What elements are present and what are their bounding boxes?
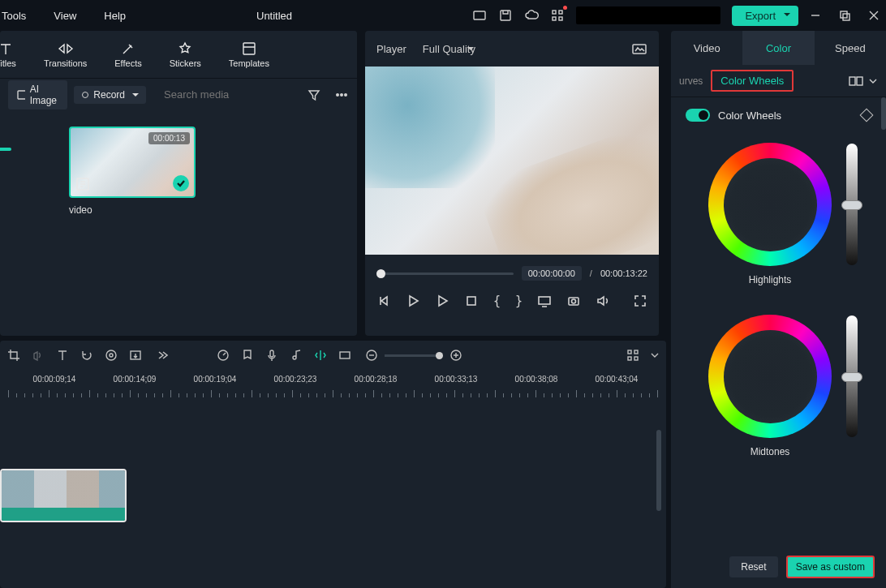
ribbon-transitions[interactable]: Transitions	[44, 41, 87, 68]
compare-icon[interactable]	[849, 75, 863, 87]
zoom-knob[interactable]	[436, 352, 443, 359]
ruler-stamp: 00:00:28;18	[355, 375, 398, 384]
mark-out-icon[interactable]: }	[515, 294, 523, 308]
mask-icon[interactable]	[104, 348, 118, 363]
ruler-stamp: 00:00:19;04	[194, 375, 237, 384]
camera-icon[interactable]	[566, 294, 581, 308]
fullscreen-icon[interactable]	[633, 294, 647, 308]
ribbon-effects[interactable]: Effects	[114, 41, 141, 68]
svg-rect-4	[553, 17, 556, 20]
save-as-custom-button[interactable]: Save as custom	[786, 556, 875, 578]
snapshot-icon[interactable]	[631, 41, 647, 56]
clip-label: video	[69, 204, 92, 216]
ai-image-pill[interactable]: AI Image	[8, 80, 67, 109]
ruler-stamp: 00:00:09;14	[33, 375, 76, 384]
prev-frame-icon[interactable]	[376, 294, 391, 308]
ratio-icon[interactable]	[338, 348, 352, 363]
play-forward-icon[interactable]	[435, 294, 449, 308]
minimize-icon[interactable]	[810, 10, 821, 21]
midtones-brightness-knob[interactable]	[841, 372, 862, 382]
apps-icon[interactable]	[550, 8, 565, 23]
player-timeline[interactable]	[376, 273, 514, 275]
ribbon-transitions-label: Transitions	[44, 58, 87, 68]
ruler-stamp: 00:00:23;23	[274, 375, 317, 384]
svg-rect-30	[628, 350, 631, 354]
project-icon[interactable]	[472, 8, 487, 23]
crop-icon[interactable]	[6, 348, 21, 363]
track-clip-thumbs	[2, 470, 125, 508]
midtones-wheel[interactable]	[708, 315, 832, 438]
svg-rect-26	[270, 350, 273, 357]
svg-rect-8	[243, 43, 255, 54]
time-separator: /	[590, 268, 592, 278]
more-icon[interactable]	[334, 88, 349, 102]
export-frame-icon[interactable]	[128, 348, 143, 363]
document-title: Untitled	[256, 10, 292, 22]
record-pill[interactable]: Record	[74, 86, 146, 104]
preview-viewport[interactable]	[365, 67, 659, 255]
midtones-brightness-slider[interactable]	[846, 315, 858, 437]
ribbon-templates[interactable]: Templates	[229, 41, 269, 68]
total-time: 00:00:13:22	[600, 268, 647, 278]
svg-rect-5	[559, 17, 562, 20]
menu-item-tools[interactable]: Tools	[2, 10, 26, 22]
volume-icon[interactable]	[596, 294, 610, 308]
track-clip[interactable]	[0, 469, 127, 522]
rotate-icon[interactable]	[80, 348, 94, 363]
tracks-chevron-icon[interactable]	[650, 350, 660, 360]
music-icon[interactable]	[289, 348, 303, 363]
save-icon[interactable]	[498, 8, 513, 23]
search-input[interactable]	[164, 88, 300, 101]
ruler-stamp: 00:00:43;04	[596, 375, 639, 384]
tracks-view-icon[interactable]	[626, 348, 640, 363]
ai-image-label: AI Image	[30, 84, 60, 106]
cloud-icon[interactable]	[524, 8, 539, 23]
library-accent	[0, 148, 11, 151]
magnetic-icon[interactable]	[313, 348, 328, 363]
player-label: Player	[376, 43, 406, 55]
subtab-curves-cropped[interactable]: urves	[679, 75, 703, 87]
ruler-stamp: 00:00:14;09	[114, 375, 157, 384]
chevron-down-icon[interactable]	[868, 76, 878, 86]
tab-video[interactable]: Video	[671, 31, 742, 65]
highlights-brightness-knob[interactable]	[841, 200, 862, 210]
zoom-slider[interactable]	[385, 354, 443, 357]
color-wheels-toggle[interactable]	[686, 109, 710, 122]
tab-speed[interactable]: Speed	[815, 31, 886, 65]
display-icon[interactable]	[537, 294, 552, 308]
playhead-knob[interactable]	[376, 269, 385, 278]
highlights-brightness-slider[interactable]	[846, 144, 858, 265]
audio-icon[interactable]	[31, 348, 45, 363]
zoom-out-icon[interactable]	[365, 349, 378, 362]
svg-rect-9	[18, 91, 25, 99]
maximize-icon[interactable]	[839, 10, 850, 21]
filter-icon[interactable]	[307, 88, 321, 102]
svg-rect-27	[340, 352, 350, 358]
close-icon[interactable]	[868, 10, 880, 21]
quality-dropdown[interactable]: Full Quality	[423, 43, 475, 55]
speed-icon[interactable]	[216, 348, 230, 363]
timeline-ruler[interactable]: 00:00:09;1400:00:14;0900:00:19;0400:00:2…	[0, 370, 666, 397]
ribbon-stickers[interactable]: Stickers	[170, 41, 201, 68]
marker-icon[interactable]	[240, 348, 255, 363]
more-tools-icon[interactable]	[153, 349, 172, 362]
stop-icon[interactable]	[464, 294, 479, 308]
menu-item-view[interactable]: View	[54, 10, 76, 22]
keyframe-icon[interactable]	[860, 109, 874, 122]
tab-color[interactable]: Color	[742, 31, 814, 65]
reset-button[interactable]: Reset	[729, 556, 777, 577]
mic-icon[interactable]	[265, 348, 279, 363]
export-button[interactable]: Export	[732, 6, 798, 26]
subtab-color-wheels[interactable]: Color Wheels	[711, 70, 794, 92]
mark-in-icon[interactable]: {	[493, 294, 501, 308]
play-icon[interactable]	[406, 294, 420, 308]
inspector-scrollbar[interactable]	[881, 97, 886, 130]
menu-item-help[interactable]: Help	[104, 10, 126, 22]
ribbon-titles[interactable]: Titles	[0, 41, 16, 68]
highlights-wheel[interactable]	[708, 143, 832, 266]
zoom-in-icon[interactable]	[449, 349, 462, 362]
timeline-scrollbar[interactable]	[656, 430, 661, 511]
account-box[interactable]	[576, 6, 720, 24]
text-icon[interactable]	[55, 348, 70, 363]
media-clip[interactable]: 00:00:13	[69, 127, 196, 198]
